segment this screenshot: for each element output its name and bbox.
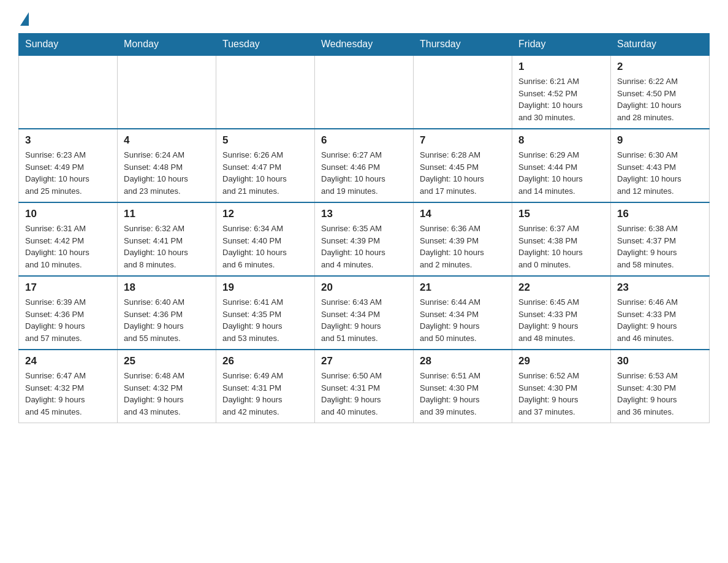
day-info: Sunrise: 6:21 AM Sunset: 4:52 PM Dayligh… — [518, 75, 604, 123]
weekday-header-sunday: Sunday — [19, 34, 118, 56]
weekday-header-row: SundayMondayTuesdayWednesdayThursdayFrid… — [19, 34, 710, 56]
calendar-table: SundayMondayTuesdayWednesdayThursdayFrid… — [18, 33, 710, 423]
day-info: Sunrise: 6:52 AM Sunset: 4:30 PM Dayligh… — [518, 370, 604, 418]
calendar-cell: 17Sunrise: 6:39 AM Sunset: 4:36 PM Dayli… — [19, 276, 118, 350]
calendar-cell: 3Sunrise: 6:23 AM Sunset: 4:49 PM Daylig… — [19, 129, 118, 202]
day-info: Sunrise: 6:49 AM Sunset: 4:31 PM Dayligh… — [222, 370, 308, 418]
calendar-cell — [19, 55, 118, 129]
weekday-header-saturday: Saturday — [611, 34, 710, 56]
day-number: 24 — [25, 355, 111, 367]
day-info: Sunrise: 6:34 AM Sunset: 4:40 PM Dayligh… — [222, 223, 308, 270]
weekday-header-monday: Monday — [118, 34, 216, 56]
day-info: Sunrise: 6:22 AM Sunset: 4:50 PM Dayligh… — [617, 75, 703, 123]
logo-triangle-icon — [20, 12, 29, 26]
day-number: 29 — [518, 355, 604, 367]
calendar-cell: 5Sunrise: 6:26 AM Sunset: 4:47 PM Daylig… — [216, 129, 315, 202]
calendar-cell: 24Sunrise: 6:47 AM Sunset: 4:32 PM Dayli… — [19, 350, 118, 423]
weekday-header-thursday: Thursday — [414, 34, 512, 56]
day-info: Sunrise: 6:46 AM Sunset: 4:33 PM Dayligh… — [617, 296, 703, 344]
day-number: 12 — [222, 208, 308, 220]
day-info: Sunrise: 6:48 AM Sunset: 4:32 PM Dayligh… — [124, 370, 210, 418]
calendar-cell: 27Sunrise: 6:50 AM Sunset: 4:31 PM Dayli… — [315, 350, 414, 423]
day-number: 14 — [420, 208, 506, 220]
day-number: 6 — [321, 134, 407, 147]
day-number: 4 — [124, 134, 210, 147]
day-number: 9 — [617, 134, 703, 147]
calendar-cell — [118, 55, 216, 129]
calendar-week-row: 24Sunrise: 6:47 AM Sunset: 4:32 PM Dayli… — [19, 350, 710, 423]
day-info: Sunrise: 6:43 AM Sunset: 4:34 PM Dayligh… — [321, 296, 407, 344]
calendar-cell — [216, 55, 315, 129]
day-number: 22 — [518, 282, 604, 294]
day-info: Sunrise: 6:51 AM Sunset: 4:30 PM Dayligh… — [420, 370, 506, 418]
day-number: 28 — [420, 355, 506, 367]
calendar-cell — [315, 55, 414, 129]
day-info: Sunrise: 6:32 AM Sunset: 4:41 PM Dayligh… — [124, 223, 210, 270]
day-number: 15 — [518, 208, 604, 220]
day-info: Sunrise: 6:53 AM Sunset: 4:30 PM Dayligh… — [617, 370, 703, 418]
day-number: 26 — [222, 355, 308, 367]
calendar-cell: 1Sunrise: 6:21 AM Sunset: 4:52 PM Daylig… — [512, 55, 611, 129]
day-number: 2 — [617, 61, 703, 73]
calendar-cell: 10Sunrise: 6:31 AM Sunset: 4:42 PM Dayli… — [19, 202, 118, 276]
day-number: 3 — [25, 134, 111, 147]
weekday-header-wednesday: Wednesday — [315, 34, 414, 56]
day-number: 7 — [420, 134, 506, 147]
day-number: 19 — [222, 282, 308, 294]
calendar-cell: 8Sunrise: 6:29 AM Sunset: 4:44 PM Daylig… — [512, 129, 611, 202]
day-number: 25 — [124, 355, 210, 367]
day-number: 20 — [321, 282, 407, 294]
calendar-cell: 16Sunrise: 6:38 AM Sunset: 4:37 PM Dayli… — [611, 202, 710, 276]
day-number: 17 — [25, 282, 111, 294]
day-info: Sunrise: 6:29 AM Sunset: 4:44 PM Dayligh… — [518, 149, 604, 197]
day-info: Sunrise: 6:40 AM Sunset: 4:36 PM Dayligh… — [124, 296, 210, 344]
day-number: 13 — [321, 208, 407, 220]
calendar-cell: 22Sunrise: 6:45 AM Sunset: 4:33 PM Dayli… — [512, 276, 611, 350]
calendar-cell: 28Sunrise: 6:51 AM Sunset: 4:30 PM Dayli… — [414, 350, 512, 423]
calendar-cell: 11Sunrise: 6:32 AM Sunset: 4:41 PM Dayli… — [118, 202, 216, 276]
weekday-header-tuesday: Tuesday — [216, 34, 315, 56]
day-number: 23 — [617, 282, 703, 294]
calendar-cell: 14Sunrise: 6:36 AM Sunset: 4:39 PM Dayli… — [414, 202, 512, 276]
day-info: Sunrise: 6:23 AM Sunset: 4:49 PM Dayligh… — [25, 149, 111, 197]
day-number: 10 — [25, 208, 111, 220]
calendar-cell: 6Sunrise: 6:27 AM Sunset: 4:46 PM Daylig… — [315, 129, 414, 202]
calendar-cell: 30Sunrise: 6:53 AM Sunset: 4:30 PM Dayli… — [611, 350, 710, 423]
page-header — [18, 12, 710, 21]
calendar-cell: 13Sunrise: 6:35 AM Sunset: 4:39 PM Dayli… — [315, 202, 414, 276]
day-info: Sunrise: 6:37 AM Sunset: 4:38 PM Dayligh… — [518, 223, 604, 270]
day-info: Sunrise: 6:30 AM Sunset: 4:43 PM Dayligh… — [617, 149, 703, 197]
day-info: Sunrise: 6:47 AM Sunset: 4:32 PM Dayligh… — [25, 370, 111, 418]
calendar-cell: 9Sunrise: 6:30 AM Sunset: 4:43 PM Daylig… — [611, 129, 710, 202]
calendar-cell: 25Sunrise: 6:48 AM Sunset: 4:32 PM Dayli… — [118, 350, 216, 423]
day-info: Sunrise: 6:50 AM Sunset: 4:31 PM Dayligh… — [321, 370, 407, 418]
day-info: Sunrise: 6:27 AM Sunset: 4:46 PM Dayligh… — [321, 149, 407, 197]
day-info: Sunrise: 6:45 AM Sunset: 4:33 PM Dayligh… — [518, 296, 604, 344]
day-number: 18 — [124, 282, 210, 294]
calendar-cell: 7Sunrise: 6:28 AM Sunset: 4:45 PM Daylig… — [414, 129, 512, 202]
day-info: Sunrise: 6:26 AM Sunset: 4:47 PM Dayligh… — [222, 149, 308, 197]
day-number: 11 — [124, 208, 210, 220]
calendar-cell: 18Sunrise: 6:40 AM Sunset: 4:36 PM Dayli… — [118, 276, 216, 350]
calendar-cell: 26Sunrise: 6:49 AM Sunset: 4:31 PM Dayli… — [216, 350, 315, 423]
weekday-header-friday: Friday — [512, 34, 611, 56]
day-number: 30 — [617, 355, 703, 367]
day-info: Sunrise: 6:38 AM Sunset: 4:37 PM Dayligh… — [617, 223, 703, 270]
calendar-cell: 12Sunrise: 6:34 AM Sunset: 4:40 PM Dayli… — [216, 202, 315, 276]
day-info: Sunrise: 6:31 AM Sunset: 4:42 PM Dayligh… — [25, 223, 111, 270]
day-number: 16 — [617, 208, 703, 220]
calendar-cell: 4Sunrise: 6:24 AM Sunset: 4:48 PM Daylig… — [118, 129, 216, 202]
day-info: Sunrise: 6:44 AM Sunset: 4:34 PM Dayligh… — [420, 296, 506, 344]
calendar-cell: 23Sunrise: 6:46 AM Sunset: 4:33 PM Dayli… — [611, 276, 710, 350]
day-number: 21 — [420, 282, 506, 294]
calendar-week-row: 1Sunrise: 6:21 AM Sunset: 4:52 PM Daylig… — [19, 55, 710, 129]
calendar-cell: 29Sunrise: 6:52 AM Sunset: 4:30 PM Dayli… — [512, 350, 611, 423]
calendar-cell: 2Sunrise: 6:22 AM Sunset: 4:50 PM Daylig… — [611, 55, 710, 129]
day-info: Sunrise: 6:28 AM Sunset: 4:45 PM Dayligh… — [420, 149, 506, 197]
day-info: Sunrise: 6:36 AM Sunset: 4:39 PM Dayligh… — [420, 223, 506, 270]
day-number: 1 — [518, 61, 604, 73]
day-info: Sunrise: 6:41 AM Sunset: 4:35 PM Dayligh… — [222, 296, 308, 344]
calendar-cell: 15Sunrise: 6:37 AM Sunset: 4:38 PM Dayli… — [512, 202, 611, 276]
day-info: Sunrise: 6:35 AM Sunset: 4:39 PM Dayligh… — [321, 223, 407, 270]
day-info: Sunrise: 6:24 AM Sunset: 4:48 PM Dayligh… — [124, 149, 210, 197]
